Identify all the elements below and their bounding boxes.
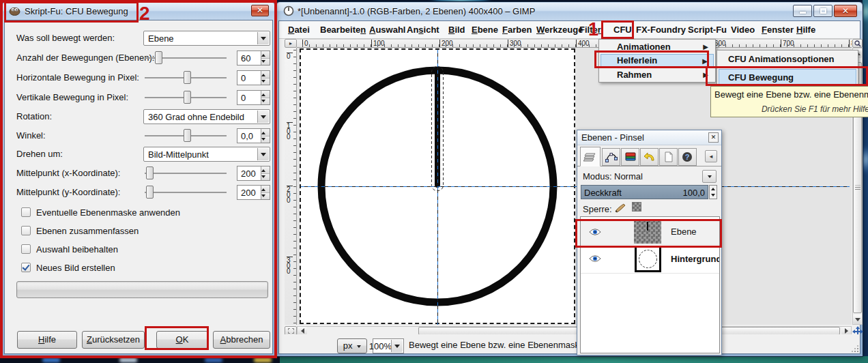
menu-script-fu[interactable]: Script-Fu (686, 24, 729, 35)
spin-down-button[interactable] (261, 173, 270, 180)
layer-thumbnail[interactable] (635, 246, 661, 272)
menu-item-helferlein[interactable]: Helferlein ▶ (601, 54, 714, 68)
visibility-eye-icon[interactable] (589, 228, 601, 236)
center-y-spinner[interactable]: 200 (237, 185, 270, 200)
rotate-around-dropdown[interactable]: Bild-Mittelpunkt (143, 147, 270, 162)
close-button[interactable]: ✕ (834, 5, 857, 17)
menu-ebene[interactable]: Ebene (469, 24, 500, 35)
slider-thumb[interactable] (184, 71, 191, 84)
taskbar-icon[interactable] (205, 358, 222, 362)
layer-name[interactable]: Hintergrund (671, 254, 720, 264)
slider-thumb[interactable] (146, 186, 154, 199)
move-what-dropdown[interactable]: Ebene (143, 31, 270, 46)
num-moves-spinner[interactable]: 60 (237, 50, 270, 66)
keep-selection-checkbox[interactable] (21, 244, 31, 254)
ruler-corner-menu-button[interactable]: ▸ (285, 39, 297, 48)
mode-dropdown-button[interactable] (702, 170, 717, 183)
center-x-spinner[interactable]: 200 (237, 166, 270, 181)
menu-fx-foundry[interactable]: FX-Foundry (634, 24, 688, 35)
zoom-follow-window-button[interactable] (852, 39, 863, 48)
menu-cfu[interactable]: CFU (611, 24, 634, 35)
spin-up-button[interactable] (261, 186, 270, 192)
merge-layers-checkbox[interactable] (21, 226, 31, 235)
slider-thumb[interactable] (155, 51, 162, 64)
menu-bearbeiten[interactable]: Bearbeiten (318, 24, 368, 35)
menu-ansicht[interactable]: Ansicht (405, 24, 442, 35)
layer-name[interactable]: Ebene (671, 227, 697, 237)
menu-item-rahmen[interactable]: Rahmen ▶ (601, 68, 714, 82)
resize-grip[interactable] (852, 345, 858, 352)
gimp-titlebar[interactable]: *[Unbenannt]-1.0 (RGB-Farben, 2 Ebenen) … (277, 3, 862, 20)
menu-farben[interactable]: Farben (500, 24, 534, 35)
tab-help[interactable]: ? (678, 148, 697, 166)
center-y-slider[interactable] (145, 192, 227, 193)
spin-up-button[interactable] (261, 129, 270, 136)
spin-down-button[interactable] (261, 192, 270, 199)
menu-video[interactable]: Video (729, 24, 757, 35)
maximize-button[interactable] (813, 5, 833, 17)
tab-pointer[interactable] (659, 148, 678, 166)
num-moves-slider[interactable] (145, 57, 227, 59)
taskbar-icon[interactable] (119, 358, 137, 362)
help-button[interactable]: Hilfe (17, 331, 77, 349)
angle-spinner[interactable]: 0,0 (237, 128, 270, 143)
rotation-dropdown[interactable]: 360 Grad ohne Endebild (143, 109, 270, 124)
slider-thumb[interactable] (146, 166, 154, 179)
slider-thumb[interactable] (184, 129, 191, 142)
unit-dropdown[interactable]: px (337, 338, 367, 353)
vertical-move-spinner[interactable]: 0 (237, 90, 270, 105)
menu-bild[interactable]: Bild (446, 24, 467, 35)
spin-up-button[interactable] (261, 91, 270, 98)
minimize-button[interactable] (793, 5, 812, 17)
menu-auswahl[interactable]: Auswahl (367, 24, 407, 35)
scroll-down-button[interactable] (853, 315, 862, 324)
angle-slider[interactable] (145, 135, 227, 136)
opacity-spinner[interactable] (709, 185, 717, 199)
dropdown-button[interactable] (257, 111, 269, 123)
horizontal-move-slider[interactable] (145, 77, 227, 78)
panel-close-button[interactable]: ✕ (708, 132, 719, 143)
dropdown-button[interactable] (257, 32, 269, 44)
spin-up-button[interactable] (261, 166, 270, 173)
opacity-slider[interactable]: Deckkraft 100,0 (581, 185, 708, 199)
alpha-lock-icon[interactable] (632, 202, 641, 212)
zoom-dropdown-button[interactable] (391, 340, 403, 352)
horizontal-guide[interactable] (301, 186, 850, 187)
reset-button[interactable]: Zurücksetzen (82, 331, 145, 349)
spin-down-button[interactable] (261, 136, 270, 143)
layers-panel-titlebar[interactable]: Ebenen - Pinsel ✕ (577, 130, 721, 145)
zoom-field[interactable]: 100% (373, 338, 404, 353)
tab-menu-button[interactable]: ◂ (705, 150, 717, 162)
layer-thumbnail[interactable] (634, 220, 661, 244)
tab-channels[interactable] (621, 148, 639, 166)
brush-lock-icon[interactable] (614, 203, 626, 213)
ok-button[interactable]: OK (156, 331, 208, 349)
spin-up-button[interactable] (261, 51, 270, 58)
taskbar-icon[interactable] (254, 358, 272, 362)
visibility-eye-icon[interactable] (589, 255, 601, 263)
new-image-checkbox[interactable] (21, 263, 31, 272)
slider-thumb[interactable] (184, 91, 191, 104)
tab-paths[interactable] (602, 148, 620, 166)
spin-down-button[interactable] (261, 98, 270, 104)
tab-undo-history[interactable] (640, 148, 659, 166)
spin-up-button[interactable] (261, 71, 270, 78)
cancel-button[interactable]: Abbrechen (213, 331, 270, 349)
vertical-move-slider[interactable] (145, 97, 227, 98)
layer-row-hintergrund[interactable]: Hintergrund (581, 245, 719, 274)
menu-item-cfu-bewegung[interactable]: CFU Bewegung (719, 69, 856, 86)
menu-datei[interactable]: Datei (286, 24, 312, 35)
menu-item-cfu-animationsoptionen[interactable]: CFU Animationsoptionen (719, 51, 856, 68)
dialog-titlebar[interactable]: Skript-Fu: CFU Bewegung ✕ (3, 3, 274, 20)
menu-fenster[interactable]: Fenster (760, 24, 796, 35)
menu-hilfe[interactable]: Hilfe (794, 24, 818, 35)
menu-item-animationen[interactable]: Animationen ▶ (601, 40, 714, 54)
dialog-close-button[interactable]: ✕ (251, 5, 269, 16)
tab-layers[interactable] (580, 147, 601, 166)
apply-layermask-checkbox[interactable] (21, 207, 31, 217)
spin-down-button[interactable] (261, 58, 270, 65)
layer-row-ebene[interactable]: Ebene (581, 219, 719, 245)
vertical-guide[interactable] (437, 50, 438, 325)
spin-down-button[interactable] (261, 78, 270, 85)
horizontal-move-spinner[interactable]: 0 (237, 70, 270, 85)
